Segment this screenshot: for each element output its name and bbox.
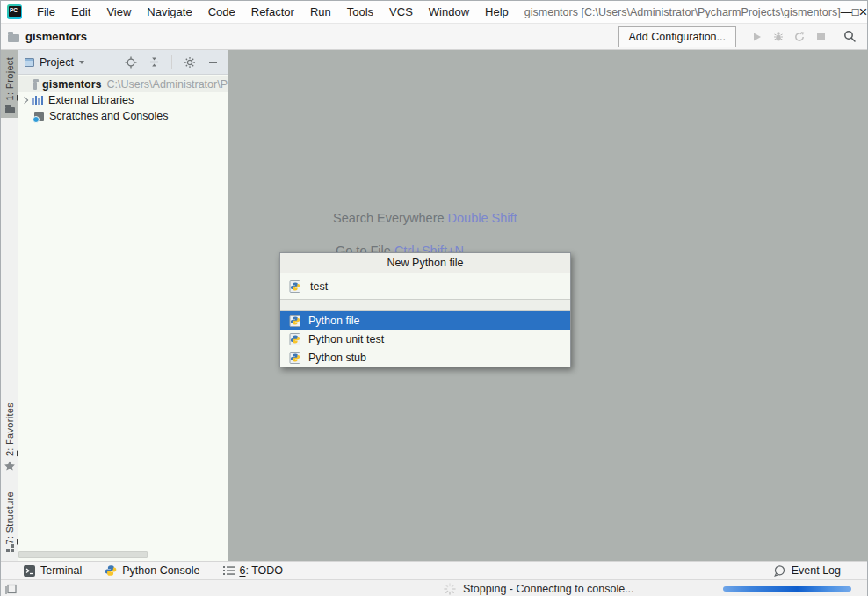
project-panel-header: Project bbox=[18, 50, 228, 75]
tool-window-tab-structure[interactable]: 7: Structure bbox=[1, 479, 18, 558]
folder-icon bbox=[8, 34, 19, 42]
panel-header-divider bbox=[171, 55, 172, 69]
external-libraries-icon bbox=[32, 95, 43, 105]
project-tool-window: Project gismentors C:\Users\Administrato… bbox=[18, 50, 228, 561]
spinner-icon bbox=[444, 583, 456, 595]
menu-item-tools[interactable]: Tools bbox=[339, 5, 381, 18]
tree-row-project-root[interactable]: gismentors C:\Users\Administrator\P bbox=[18, 76, 228, 92]
terminal-icon bbox=[24, 565, 35, 577]
file-name-input[interactable] bbox=[308, 280, 570, 294]
status-message: Stopping - Connecting to console... bbox=[444, 580, 634, 596]
run-with-coverage-icon[interactable] bbox=[789, 26, 810, 47]
menu-item-file[interactable]: File bbox=[29, 5, 63, 18]
dialog-item-python-stub[interactable]: Python stub bbox=[280, 348, 570, 367]
menu-item-view[interactable]: View bbox=[98, 5, 139, 18]
new-python-file-dialog: New Python file Python file Python unit … bbox=[279, 252, 571, 367]
close-button[interactable]: × bbox=[859, 1, 868, 24]
folder-icon bbox=[33, 82, 37, 90]
gear-icon[interactable] bbox=[181, 54, 199, 71]
status-bar: Stopping - Connecting to console... bbox=[1, 579, 867, 596]
tool-window-pane-icon bbox=[25, 58, 34, 67]
dialog-item-python-unit-test[interactable]: Python unit test bbox=[280, 330, 570, 348]
menu-item-navigate[interactable]: Navigate bbox=[139, 5, 199, 18]
project-panel-title: Project bbox=[40, 56, 74, 69]
python-console-tab[interactable]: Python Console bbox=[105, 564, 199, 577]
window-title: gismentors [C:\Users\Administrator\Pycha… bbox=[524, 6, 841, 18]
stop-icon[interactable] bbox=[810, 26, 831, 47]
python-console-icon bbox=[105, 564, 117, 577]
event-log-button[interactable]: Event Log bbox=[773, 564, 841, 578]
project-tree: gismentors C:\Users\Administrator\P Exte… bbox=[18, 75, 228, 124]
breadcrumb-project-name: gismentors bbox=[25, 30, 87, 43]
todo-tab[interactable]: 6: TODO bbox=[223, 564, 284, 577]
debug-bug-icon[interactable] bbox=[768, 26, 789, 47]
python-file-icon bbox=[289, 352, 301, 364]
hint-search-everywhere: Search Everywhere Double Shift bbox=[333, 211, 517, 225]
terminal-tab[interactable]: Terminal bbox=[24, 564, 82, 577]
file-name-field-row bbox=[280, 273, 570, 299]
event-log-bubble-icon bbox=[773, 564, 786, 578]
main-toolbar: gismentors Add Configuration... bbox=[1, 24, 867, 50]
locate-target-icon[interactable] bbox=[122, 54, 140, 71]
python-file-icon bbox=[289, 315, 301, 327]
tool-window-tab-favorites[interactable]: 2: Favorites bbox=[1, 389, 18, 476]
menu-item-refactor[interactable]: Refactor bbox=[243, 5, 302, 18]
python-file-icon bbox=[289, 280, 301, 293]
todo-list-icon bbox=[223, 565, 235, 576]
run-icon[interactable] bbox=[747, 26, 768, 47]
favorites-star-icon bbox=[4, 461, 15, 471]
chevron-right-icon[interactable] bbox=[21, 97, 28, 104]
python-file-icon bbox=[289, 333, 301, 345]
tool-window-tab-project[interactable]: 1: Project bbox=[1, 50, 18, 118]
scratches-icon bbox=[34, 112, 44, 121]
tool-window-toggle-icon[interactable] bbox=[5, 583, 17, 596]
horizontal-scrollbar[interactable] bbox=[18, 551, 148, 558]
structure-icon bbox=[6, 549, 10, 552]
pycharm-logo-icon: PC bbox=[7, 4, 22, 19]
add-configuration-button[interactable]: Add Configuration... bbox=[618, 26, 737, 47]
dialog-item-python-file[interactable]: Python file bbox=[280, 311, 570, 330]
hide-panel-icon[interactable] bbox=[204, 54, 221, 71]
pycharm-window: PC File Edit View Navigate Code Refactor… bbox=[0, 0, 868, 596]
dialog-title: New Python file bbox=[280, 253, 570, 273]
menu-item-edit[interactable]: Edit bbox=[63, 5, 98, 18]
maximize-button[interactable]: □ bbox=[852, 1, 859, 24]
dialog-separator bbox=[280, 299, 570, 311]
search-everywhere-icon[interactable] bbox=[839, 26, 860, 47]
tree-row-external-libraries[interactable]: External Libraries bbox=[18, 92, 228, 108]
progress-bar bbox=[723, 586, 851, 592]
menu-item-window[interactable]: Window bbox=[421, 5, 477, 18]
toolbar-divider bbox=[835, 30, 835, 44]
navigation-breadcrumb[interactable]: gismentors bbox=[8, 30, 87, 43]
menu-item-run[interactable]: Run bbox=[302, 5, 339, 18]
collapse-all-icon[interactable] bbox=[145, 54, 163, 71]
minimize-button[interactable]: — bbox=[841, 1, 852, 24]
menu-item-help[interactable]: Help bbox=[477, 5, 517, 18]
tree-row-scratches[interactable]: Scratches and Consoles bbox=[18, 108, 228, 124]
chevron-down-icon[interactable] bbox=[79, 61, 84, 64]
menu-item-code[interactable]: Code bbox=[200, 5, 243, 18]
menu-item-vcs[interactable]: VCS bbox=[381, 5, 421, 18]
bottom-tool-window-bar: Terminal Python Console 6: TODO Event Lo… bbox=[1, 561, 867, 579]
title-bar: PC File Edit View Navigate Code Refactor… bbox=[1, 1, 867, 24]
project-tab-folder-icon bbox=[5, 107, 15, 113]
left-tool-window-stripe: 1: Project 2: Favorites 7: Structure bbox=[1, 50, 18, 561]
